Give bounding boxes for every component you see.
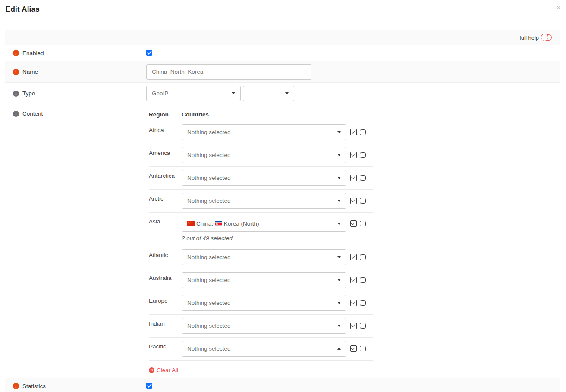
deselect-all-icon[interactable] (360, 221, 366, 227)
region-label: Indian (149, 318, 182, 327)
name-row: i Name (5, 61, 560, 83)
full-help-row: full help (5, 30, 560, 45)
multiselect-value: Nothing selected (187, 254, 231, 260)
multiselect-value: China, Korea (North) (187, 220, 259, 227)
region-table-header: Region Countries (149, 108, 373, 121)
region-label: Antarctica (149, 170, 182, 179)
countries-column-header: Countries (182, 111, 209, 118)
content-row: i Content Region Countries Africa Nothin… (5, 104, 560, 378)
info-icon[interactable]: i (13, 383, 19, 389)
region-row: Indian Nothing selected (149, 315, 373, 338)
enabled-checkbox[interactable] (146, 50, 152, 56)
multiselect-value: Nothing selected (187, 345, 231, 352)
region-row: Antarctica Nothing selected (149, 167, 373, 190)
clear-all-label: Clear All (157, 367, 178, 373)
geoip-region-table: Region Countries Africa Nothing selected… (149, 108, 373, 361)
info-icon[interactable]: i (13, 111, 19, 117)
chevron-icon (337, 154, 341, 156)
deselect-all-icon[interactable] (360, 323, 366, 329)
select-all-icon[interactable] (350, 300, 357, 306)
clear-all-button[interactable]: ✕ Clear All (149, 367, 178, 373)
type-select[interactable]: GeoIP (146, 86, 241, 101)
region-row: Pacific Nothing selected (149, 338, 373, 361)
countries-multiselect[interactable]: Nothing selected (182, 170, 346, 186)
countries-multiselect[interactable]: Nothing selected (182, 341, 346, 357)
multiselect-value: Nothing selected (187, 323, 231, 329)
chevron-icon (337, 302, 341, 304)
x-circle-icon: ✕ (149, 367, 154, 373)
select-all-icon[interactable] (350, 254, 357, 260)
edit-alias-form: full help i Enabled i Name i Type GeoIP (5, 30, 560, 392)
chevron-icon (337, 348, 341, 350)
full-help-toggle-icon[interactable] (541, 34, 552, 41)
multiselect-value: Nothing selected (187, 277, 231, 283)
chevron-icon (337, 131, 341, 133)
statistics-label: Statistics (22, 383, 46, 389)
select-all-icon[interactable] (350, 323, 357, 329)
name-input[interactable] (146, 64, 311, 80)
content-label: Content (22, 110, 43, 117)
deselect-all-icon[interactable] (360, 254, 366, 260)
enabled-row: i Enabled (5, 45, 560, 61)
selected-count-note: 2 out of 49 selected (182, 235, 373, 241)
region-column-header: Region (149, 111, 182, 118)
select-all-icon[interactable] (350, 129, 357, 135)
chevron-down-icon (232, 92, 235, 94)
region-label: Africa (149, 124, 182, 133)
chevron-icon (337, 200, 341, 202)
enabled-label: Enabled (22, 50, 44, 56)
region-row: Arctic Nothing selected (149, 190, 373, 213)
region-row: Asia China, Korea (North) 2 out of 49 se… (149, 213, 373, 246)
multiselect-value: Nothing selected (187, 198, 231, 204)
deselect-all-icon[interactable] (360, 300, 366, 306)
region-label: America (149, 147, 182, 156)
name-label: Name (22, 69, 38, 75)
info-icon[interactable]: i (13, 69, 19, 75)
modal-header: Edit Alias × (0, 0, 566, 22)
select-all-icon[interactable] (350, 220, 357, 227)
region-row: Africa Nothing selected (149, 121, 373, 144)
region-label: Atlantic (149, 249, 182, 258)
countries-multiselect[interactable]: Nothing selected (182, 249, 346, 265)
chevron-icon (337, 256, 341, 258)
select-all-icon[interactable] (350, 175, 357, 181)
countries-multiselect[interactable]: China, Korea (North) (182, 216, 346, 232)
chevron-icon (337, 177, 341, 179)
info-icon[interactable]: i (13, 50, 19, 56)
info-icon[interactable]: i (13, 91, 19, 97)
region-row: Australia Nothing selected (149, 269, 373, 292)
countries-multiselect[interactable]: Nothing selected (182, 272, 346, 288)
deselect-all-icon[interactable] (360, 152, 366, 158)
deselect-all-icon[interactable] (360, 346, 366, 352)
region-label: Pacific (149, 341, 182, 350)
countries-multiselect[interactable]: Nothing selected (182, 124, 346, 140)
type-label: Type (22, 90, 35, 97)
countries-multiselect[interactable]: Nothing selected (182, 318, 346, 334)
chevron-icon (337, 223, 341, 225)
deselect-all-icon[interactable] (360, 198, 366, 204)
statistics-checkbox[interactable] (146, 383, 152, 389)
deselect-all-icon[interactable] (360, 277, 366, 283)
type-row: i Type GeoIP (5, 83, 560, 104)
region-label: Australia (149, 272, 182, 281)
countries-multiselect[interactable]: Nothing selected (182, 147, 346, 163)
multiselect-value: Nothing selected (187, 300, 231, 306)
select-all-icon[interactable] (350, 277, 357, 283)
select-all-icon[interactable] (350, 345, 357, 352)
chevron-icon (337, 325, 341, 327)
region-row: America Nothing selected (149, 144, 373, 167)
countries-multiselect[interactable]: Nothing selected (182, 193, 346, 209)
select-all-icon[interactable] (350, 152, 357, 158)
deselect-all-icon[interactable] (360, 129, 366, 135)
page-title: Edit Alias (6, 5, 40, 14)
type-secondary-select[interactable] (243, 86, 294, 101)
deselect-all-icon[interactable] (360, 175, 366, 181)
full-help-label: full help (519, 34, 539, 41)
chevron-icon (337, 279, 341, 281)
select-all-icon[interactable] (350, 198, 357, 204)
multiselect-value: Nothing selected (187, 152, 231, 158)
region-label: Asia (149, 216, 182, 225)
region-label: Arctic (149, 193, 182, 202)
close-icon[interactable]: × (556, 3, 561, 12)
countries-multiselect[interactable]: Nothing selected (182, 295, 346, 311)
